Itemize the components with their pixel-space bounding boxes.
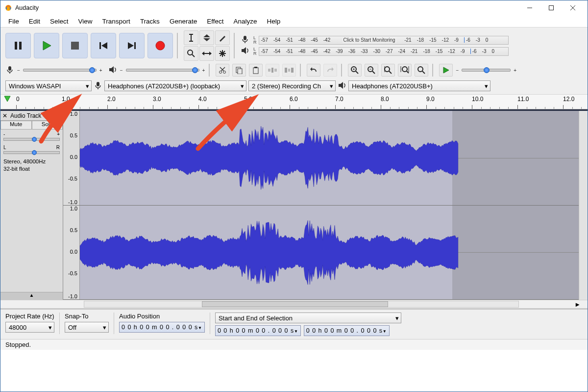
- svg-marker-71: [339, 82, 343, 89]
- recording-channels-dropdown[interactable]: 2 (Stereo) Recording Ch ▾: [248, 80, 336, 91]
- audio-host-dropdown[interactable]: Windows WASAPI ▾: [5, 80, 92, 91]
- svg-rect-1: [6, 7, 7, 9]
- waveform-right-channel[interactable]: 1.0 0.5 0.0 -0.5 -1.0: [63, 206, 588, 300]
- snap-to-dropdown[interactable]: Off▾: [65, 322, 109, 333]
- multi-tool-button[interactable]: [215, 46, 230, 61]
- menu-help[interactable]: Help: [262, 16, 285, 26]
- paste-button[interactable]: [249, 64, 263, 77]
- selection-start-field[interactable]: 0 0 h 0 0 m 0 0 . 0 0 0 s▾: [215, 325, 301, 336]
- meter-start-monitoring[interactable]: Click to Start Monitoring: [343, 37, 396, 43]
- draw-tool-button[interactable]: [215, 30, 230, 45]
- track-pan-slider[interactable]: [3, 151, 60, 154]
- svg-point-62: [402, 67, 407, 72]
- svg-line-63: [407, 71, 409, 73]
- zoom-toggle-button[interactable]: [415, 64, 428, 77]
- chevron-down-icon: ▾: [86, 82, 89, 90]
- playback-volume-slider[interactable]: [126, 69, 199, 72]
- speaker-slider-icon: [108, 65, 117, 76]
- menu-generate[interactable]: Generate: [165, 16, 202, 26]
- svg-rect-14: [134, 42, 136, 49]
- stop-button[interactable]: [62, 33, 88, 58]
- pin-icon[interactable]: [4, 96, 11, 103]
- recording-channels-value: 2 (Stereo) Recording Ch: [252, 82, 321, 90]
- svg-rect-11: [99, 42, 101, 49]
- pause-button[interactable]: [5, 33, 31, 58]
- waveform-left-channel[interactable]: 1.0 0.5 0.0 -0.5 -1.0: [63, 111, 588, 206]
- track-close-button[interactable]: ✕: [0, 112, 9, 119]
- skip-end-button[interactable]: [119, 33, 145, 58]
- track-menu-button[interactable]: ▼: [56, 113, 63, 118]
- track-info: Stereo, 48000Hz 32-bit float: [0, 156, 63, 175]
- skip-start-button[interactable]: [91, 33, 116, 58]
- record-button[interactable]: [147, 33, 173, 58]
- status-bar: Stopped.: [0, 339, 588, 350]
- mute-button[interactable]: Mute: [0, 121, 32, 130]
- recording-volume-slider[interactable]: [23, 69, 97, 72]
- audio-position-label: Audio Position: [119, 313, 205, 320]
- speaker-icon[interactable]: [241, 46, 251, 56]
- app-logo-icon: [4, 4, 12, 12]
- menu-effect[interactable]: Effect: [202, 16, 228, 26]
- playback-device-value: Headphones (AT2020USB+): [352, 82, 433, 90]
- recording-meter[interactable]: -57-54-51-48-45-42 Click to Start Monito…: [259, 36, 509, 45]
- play-speed-slider[interactable]: [462, 69, 511, 72]
- play-at-speed-button[interactable]: [439, 64, 453, 77]
- play-vol-plus: +: [202, 68, 205, 73]
- zoom-in-button[interactable]: [348, 64, 362, 77]
- track-collapse-button[interactable]: ▲: [0, 292, 63, 300]
- menu-select[interactable]: Select: [45, 16, 74, 26]
- svg-point-59: [385, 67, 390, 72]
- menu-file[interactable]: File: [3, 16, 24, 26]
- horizontal-scrollbar[interactable]: ◄ ►: [0, 300, 588, 309]
- menu-tracks[interactable]: Tracks: [135, 16, 165, 26]
- timeshift-tool-button[interactable]: [199, 46, 214, 61]
- selection-end-field[interactable]: 0 0 h 0 0 m 0 0 . 0 0 0 s▾: [304, 325, 390, 336]
- timeline-ruler[interactable]: 01.02.03.04.05.06.07.08.09.010.011.012.0: [0, 95, 588, 109]
- project-rate-dropdown[interactable]: 48000▾: [5, 322, 54, 333]
- maximize-button[interactable]: [540, 1, 562, 15]
- svg-rect-44: [268, 69, 270, 72]
- audio-position-field[interactable]: 0 0 h 0 0 m 0 0 . 0 0 0 s▾: [119, 322, 205, 333]
- svg-point-21: [188, 50, 193, 55]
- zoom-tool-button[interactable]: [184, 46, 198, 61]
- svg-rect-41: [238, 69, 242, 74]
- zoom-out-button[interactable]: [365, 64, 378, 77]
- menu-analyze[interactable]: Analyze: [228, 16, 262, 26]
- silence-button[interactable]: [282, 64, 296, 77]
- menu-edit[interactable]: Edit: [24, 16, 45, 26]
- vertical-scrollbar[interactable]: [579, 111, 588, 300]
- menu-view[interactable]: View: [74, 16, 98, 26]
- audio-host-value: Windows WASAPI: [9, 82, 61, 90]
- chevron-down-icon: ▾: [241, 82, 244, 90]
- track-name[interactable]: Audio Track: [9, 112, 56, 119]
- track-gain-slider[interactable]: [3, 138, 60, 141]
- mic-icon[interactable]: [241, 35, 251, 45]
- minimize-button[interactable]: [519, 1, 540, 15]
- fit-selection-button[interactable]: [381, 64, 395, 77]
- envelope-tool-button[interactable]: [199, 30, 214, 45]
- play-button[interactable]: [34, 33, 59, 58]
- svg-line-67: [422, 71, 425, 74]
- menu-transport[interactable]: Transport: [98, 16, 135, 26]
- svg-line-22: [192, 54, 195, 57]
- cut-button[interactable]: [216, 64, 229, 77]
- copy-button[interactable]: [232, 64, 246, 77]
- close-button[interactable]: [562, 1, 584, 15]
- svg-point-66: [418, 67, 423, 72]
- speaker-device-icon: [338, 81, 346, 91]
- playback-device-dropdown[interactable]: Headphones (AT2020USB+) ▾: [348, 80, 490, 91]
- selection-tool-button[interactable]: [184, 30, 198, 45]
- trim-button[interactable]: [266, 64, 279, 77]
- solo-button[interactable]: Solo: [32, 121, 63, 130]
- title-bar: Audacity: [0, 0, 588, 15]
- track-area: ✕ Audio Track ▼ Mute Solo -+ LR Stereo, …: [0, 109, 588, 300]
- svg-marker-19: [203, 34, 210, 37]
- project-rate-label: Project Rate (Hz): [5, 313, 54, 320]
- svg-point-15: [156, 41, 165, 50]
- selection-mode-dropdown[interactable]: Start and End of Selection▾: [215, 313, 401, 323]
- undo-button[interactable]: [307, 64, 320, 77]
- playback-meter[interactable]: -57-54-51-48-45-42-39-36-33-30-27-24-21-…: [259, 47, 509, 56]
- recording-device-dropdown[interactable]: Headphones (AT2020USB+) (loopback) ▾: [104, 80, 246, 91]
- fit-project-button[interactable]: [398, 64, 412, 77]
- redo-button[interactable]: [323, 64, 337, 77]
